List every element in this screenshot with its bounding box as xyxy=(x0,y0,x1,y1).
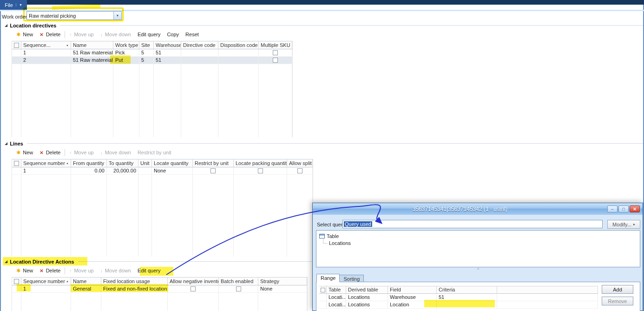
allow-negative-inventory-checkbox[interactable] xyxy=(168,285,219,292)
toolbar-separator xyxy=(65,31,65,38)
allow-split-checkbox[interactable] xyxy=(287,167,313,174)
col-field[interactable]: Field xyxy=(388,286,437,294)
dialog-title-bar[interactable]: 35637145341|35637145342 (1 - usmf) – □ ✕ xyxy=(313,203,643,215)
move-up-button[interactable]: ↑ Move up xyxy=(66,267,97,274)
select-all-checkbox[interactable] xyxy=(12,159,21,167)
arrow-up-icon: ↑ xyxy=(69,268,72,273)
select-all-checkbox[interactable] xyxy=(12,278,21,285)
maximize-button[interactable]: □ xyxy=(618,205,629,212)
col-sequence[interactable]: Sequence... ▲ xyxy=(21,41,71,49)
col-strategy[interactable]: Strategy xyxy=(258,278,307,285)
section-location-directives[interactable]: ◢ Location directives xyxy=(5,22,643,29)
move-up-button[interactable]: ↑ Move up xyxy=(66,31,97,38)
table-row[interactable]: Locati... Locations Warehouse 51 xyxy=(319,294,598,301)
col-from-quantity[interactable]: From quantity xyxy=(71,159,107,167)
col-sequence-number[interactable]: Sequence number ▲ xyxy=(21,278,71,285)
col-locate-quantity[interactable]: Locate quantity xyxy=(152,159,193,167)
col-table[interactable]: Table xyxy=(327,286,346,294)
arrow-down-icon: ↓ xyxy=(100,150,103,155)
col-name[interactable]: Name xyxy=(71,41,113,49)
col-locate-packing-quantity[interactable]: Locate packing quantity xyxy=(234,159,287,167)
multiple-sku-checkbox[interactable] xyxy=(259,57,292,64)
table-row[interactable]: 1 0.00 20,000.00 None xyxy=(12,167,313,175)
splitter-grip[interactable]: ^ xyxy=(313,268,644,271)
col-allow-negative-inventory[interactable]: Allow negative inventory xyxy=(168,278,219,285)
table-row[interactable]: 1 General Fixed and non-fixed locations … xyxy=(12,285,307,293)
col-disposition-code[interactable]: Disposition code xyxy=(218,41,259,49)
toolbar-separator xyxy=(65,267,65,274)
new-button[interactable]: ✱ New xyxy=(13,267,36,275)
select-query-input[interactable]: Query used xyxy=(342,220,603,228)
multiple-sku-checkbox[interactable] xyxy=(259,49,292,56)
col-multiple-sku[interactable]: Multiple SKU xyxy=(259,41,292,49)
new-button[interactable]: ✱ New xyxy=(13,149,36,157)
close-button[interactable]: ✕ xyxy=(630,205,640,212)
tree-node-table[interactable]: Table xyxy=(319,232,637,239)
delete-button[interactable]: ✕ Delete xyxy=(36,267,64,274)
tree-node-locations[interactable]: Locations xyxy=(323,239,637,246)
section-lines[interactable]: ◢ Lines xyxy=(5,140,643,147)
col-restrict-by-unit[interactable]: Restrict by unit xyxy=(193,159,234,167)
criteria-cell[interactable] xyxy=(437,301,497,308)
col-directive-code[interactable]: Directive code xyxy=(181,41,218,49)
minimize-button[interactable]: – xyxy=(607,205,618,212)
restrict-by-unit-button[interactable]: Restrict by unit xyxy=(134,149,175,156)
sort-asc-icon: ▲ xyxy=(65,42,69,49)
tab-sorting[interactable]: Sorting xyxy=(340,275,364,282)
delete-icon: ✕ xyxy=(39,268,43,273)
work-order-type-combo[interactable]: Raw material picking ▼ xyxy=(26,11,122,20)
new-button[interactable]: ✱ New xyxy=(13,31,36,39)
locate-packing-quantity-checkbox[interactable] xyxy=(234,167,287,174)
col-sequence-number[interactable]: Sequence number ▲ xyxy=(21,159,71,167)
criteria-cell[interactable]: 51 xyxy=(437,294,497,301)
dynamics-ax-window: File ▼ Work order type: Raw material pic… xyxy=(0,0,644,311)
work-order-type-value: Raw material picking xyxy=(27,13,113,19)
section-title: Lines xyxy=(10,141,23,146)
col-derived-table[interactable]: Derived table xyxy=(346,286,388,294)
col-batch-enabled[interactable]: Batch enabled xyxy=(219,278,258,285)
move-down-button[interactable]: ↓ Move down xyxy=(97,267,134,274)
col-criteria[interactable]: Criteria xyxy=(437,286,497,294)
table-row[interactable]: Locati... Locations Location xyxy=(319,301,598,309)
dialog-title: 35637145341|35637145342 (1 - usmf) xyxy=(313,206,607,212)
tab-range[interactable]: Range xyxy=(316,274,340,282)
move-down-button[interactable]: ↓ Move down xyxy=(97,149,134,156)
col-unit[interactable]: Unit xyxy=(138,159,152,167)
col-name[interactable]: Name xyxy=(71,278,101,285)
remove-button[interactable]: Remove xyxy=(602,297,633,305)
arrow-up-icon: ↑ xyxy=(69,150,72,155)
col-work-type[interactable]: Work type xyxy=(113,41,139,49)
restrict-by-unit-checkbox[interactable] xyxy=(193,167,234,174)
select-all-checkbox[interactable] xyxy=(12,41,21,49)
copy-button[interactable]: Copy xyxy=(164,31,182,38)
col-allow-split[interactable]: Allow split xyxy=(287,159,313,167)
directives-header-row: Sequence... ▲ Name Work type Site Wareho… xyxy=(12,41,292,49)
table-row[interactable]: 2 51 Raw matereials Put 5 51 xyxy=(12,57,292,64)
arrow-down-icon: ↓ xyxy=(100,32,103,37)
grid-empty-area xyxy=(12,293,307,311)
new-icon: ✱ xyxy=(16,32,20,38)
lines-grid: Sequence number ▲ From quantity To quant… xyxy=(12,159,313,257)
sort-asc-icon: ▲ xyxy=(65,160,69,167)
col-to-quantity[interactable]: To quantity xyxy=(107,159,138,167)
chevron-right-icon: ▸ xyxy=(633,222,635,226)
reset-button[interactable]: Reset xyxy=(182,31,202,38)
delete-button[interactable]: ✕ Delete xyxy=(36,149,64,156)
modify-button[interactable]: Modify... ▸ xyxy=(607,220,640,229)
table-row[interactable]: 1 51 Raw matereials Pick 5 51 xyxy=(12,49,292,57)
combo-dropdown-button[interactable]: ▼ xyxy=(113,12,121,20)
edit-query-button[interactable]: Edit query xyxy=(134,31,164,38)
delete-button[interactable]: ✕ Delete xyxy=(36,31,64,38)
col-warehouse[interactable]: Warehouse xyxy=(154,41,181,49)
select-all-checkbox[interactable] xyxy=(319,286,327,294)
add-button[interactable]: Add xyxy=(602,285,633,294)
arrow-up-icon: ↑ xyxy=(69,32,72,37)
move-up-button[interactable]: ↑ Move up xyxy=(66,149,97,156)
edit-query-button[interactable]: Edit query xyxy=(134,267,164,274)
col-site[interactable]: Site xyxy=(139,41,154,49)
move-down-button[interactable]: ↓ Move down xyxy=(97,31,134,38)
new-icon: ✱ xyxy=(16,150,20,156)
batch-enabled-checkbox[interactable] xyxy=(219,285,258,292)
col-fixed-location-usage[interactable]: Fixed location usage xyxy=(101,278,168,285)
file-menu-button[interactable]: File ▼ xyxy=(0,0,27,10)
